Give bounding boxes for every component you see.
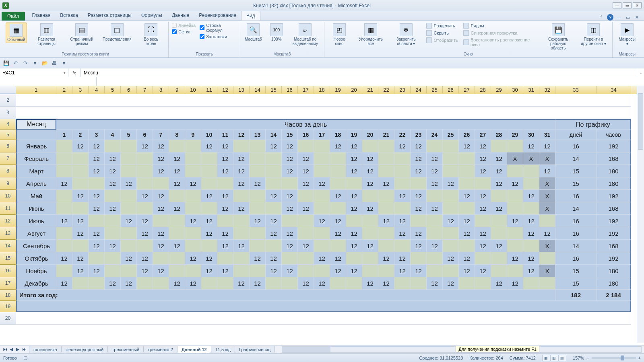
- column-header[interactable]: 1: [16, 86, 56, 94]
- day-cell[interactable]: [330, 165, 346, 177]
- day-cell[interactable]: [56, 152, 72, 165]
- column-header[interactable]: 28: [475, 86, 491, 94]
- zoom-out-icon[interactable]: −: [586, 356, 589, 360]
- day-cell[interactable]: [491, 190, 507, 202]
- day-header[interactable]: 2: [72, 130, 89, 140]
- day-cell[interactable]: 12: [475, 265, 491, 277]
- save-workspace-button[interactable]: 💾Сохранить рабочую область: [543, 23, 574, 51]
- column-header[interactable]: 26: [443, 86, 459, 94]
- day-cell[interactable]: [362, 140, 378, 152]
- day-cell[interactable]: [185, 227, 201, 240]
- day-cell[interactable]: 12: [459, 227, 475, 240]
- day-cell[interactable]: 12: [330, 215, 346, 227]
- day-cell[interactable]: [346, 177, 362, 190]
- day-cell[interactable]: 12: [475, 190, 491, 202]
- side-by-side-button[interactable]: Рядом: [462, 23, 539, 29]
- day-cell[interactable]: [121, 190, 137, 202]
- zoom-selection-button[interactable]: ⌕Масштаб по выделенному: [290, 23, 321, 47]
- day-cell[interactable]: [427, 252, 443, 265]
- view-page-break-button[interactable]: ▤Страничный режим: [66, 23, 97, 47]
- sheet-nav-last-icon[interactable]: ⏭: [21, 347, 27, 352]
- macros-button[interactable]: ▶Макросы ▾: [616, 23, 638, 47]
- cell[interactable]: [16, 94, 631, 107]
- day-cell[interactable]: [378, 240, 394, 252]
- day-cell[interactable]: 12: [121, 252, 137, 265]
- header-month[interactable]: Месяц: [16, 119, 56, 130]
- day-cell[interactable]: [201, 240, 217, 252]
- day-cell[interactable]: [378, 265, 394, 277]
- day-cell[interactable]: 12: [217, 227, 233, 240]
- day-cell[interactable]: 12: [217, 202, 233, 215]
- day-cell[interactable]: X: [539, 202, 555, 215]
- day-cell[interactable]: 12: [56, 277, 72, 290]
- day-cell[interactable]: 12: [282, 227, 298, 240]
- day-header[interactable]: 7: [153, 130, 169, 140]
- day-cell[interactable]: [105, 265, 121, 277]
- day-cell[interactable]: [491, 140, 507, 152]
- day-header[interactable]: 29: [507, 130, 523, 140]
- month-name[interactable]: Ноябрь: [16, 265, 56, 277]
- day-cell[interactable]: [427, 227, 443, 240]
- column-header[interactable]: 32: [539, 86, 555, 94]
- day-cell[interactable]: 12: [346, 202, 362, 215]
- day-cell[interactable]: 12: [169, 177, 185, 190]
- day-cell[interactable]: [137, 177, 153, 190]
- hours-total[interactable]: 192: [597, 252, 631, 265]
- month-name[interactable]: Февраль: [16, 152, 56, 165]
- sheet-nav-first-icon[interactable]: ⏮: [2, 347, 8, 352]
- day-cell[interactable]: 12: [314, 252, 330, 265]
- day-cell[interactable]: [72, 165, 89, 177]
- row-header[interactable]: 18: [0, 290, 16, 301]
- column-header[interactable]: 10: [185, 86, 201, 94]
- day-header[interactable]: 22: [394, 130, 411, 140]
- day-header[interactable]: 21: [378, 130, 394, 140]
- day-cell[interactable]: 12: [72, 190, 89, 202]
- day-cell[interactable]: 12: [217, 152, 233, 165]
- day-cell[interactable]: 12: [282, 202, 298, 215]
- row-header[interactable]: 11: [0, 202, 16, 215]
- day-cell[interactable]: 12: [539, 227, 555, 240]
- hours-total[interactable]: 192: [597, 227, 631, 240]
- day-cell[interactable]: 12: [330, 140, 346, 152]
- day-cell[interactable]: 12: [153, 190, 169, 202]
- vertical-scrollbar[interactable]: [637, 86, 644, 343]
- day-cell[interactable]: [105, 227, 121, 240]
- day-cell[interactable]: [314, 227, 330, 240]
- day-cell[interactable]: [362, 215, 378, 227]
- sheet-nav-prev-icon[interactable]: ◀: [8, 347, 14, 352]
- name-box[interactable]: R4C1: [0, 68, 68, 77]
- day-cell[interactable]: [394, 152, 411, 165]
- day-cell[interactable]: 12: [378, 252, 394, 265]
- column-header[interactable]: 9: [169, 86, 185, 94]
- day-header[interactable]: 9: [185, 130, 201, 140]
- day-header[interactable]: 15: [282, 130, 298, 140]
- day-cell[interactable]: [89, 177, 105, 190]
- month-name[interactable]: Декабрь: [16, 277, 56, 290]
- day-cell[interactable]: [523, 240, 539, 252]
- day-cell[interactable]: X: [539, 177, 555, 190]
- formula-bar-checkbox[interactable]: Строка формул: [200, 23, 237, 33]
- day-cell[interactable]: 12: [233, 202, 250, 215]
- day-cell[interactable]: [523, 177, 539, 190]
- day-cell[interactable]: [185, 265, 201, 277]
- day-cell[interactable]: 12: [169, 152, 185, 165]
- day-cell[interactable]: [298, 265, 314, 277]
- row-header[interactable]: 19: [0, 301, 16, 312]
- column-header[interactable]: 18: [314, 86, 330, 94]
- row-header[interactable]: 10: [0, 190, 16, 202]
- day-cell[interactable]: [314, 265, 330, 277]
- day-cell[interactable]: 12: [89, 202, 105, 215]
- day-cell[interactable]: [185, 202, 201, 215]
- day-cell[interactable]: [121, 152, 137, 165]
- column-header[interactable]: 15: [266, 86, 282, 94]
- hours-total[interactable]: 168: [597, 202, 631, 215]
- day-cell[interactable]: [475, 215, 491, 227]
- day-cell[interactable]: 12: [427, 277, 443, 290]
- day-cell[interactable]: 12: [137, 265, 153, 277]
- day-cell[interactable]: [201, 152, 217, 165]
- day-cell[interactable]: 12: [314, 215, 330, 227]
- ribbon-tab-5[interactable]: Рецензирование: [194, 11, 241, 21]
- day-cell[interactable]: 12: [185, 177, 201, 190]
- day-cell[interactable]: 12: [475, 152, 491, 165]
- day-cell[interactable]: 12: [507, 277, 523, 290]
